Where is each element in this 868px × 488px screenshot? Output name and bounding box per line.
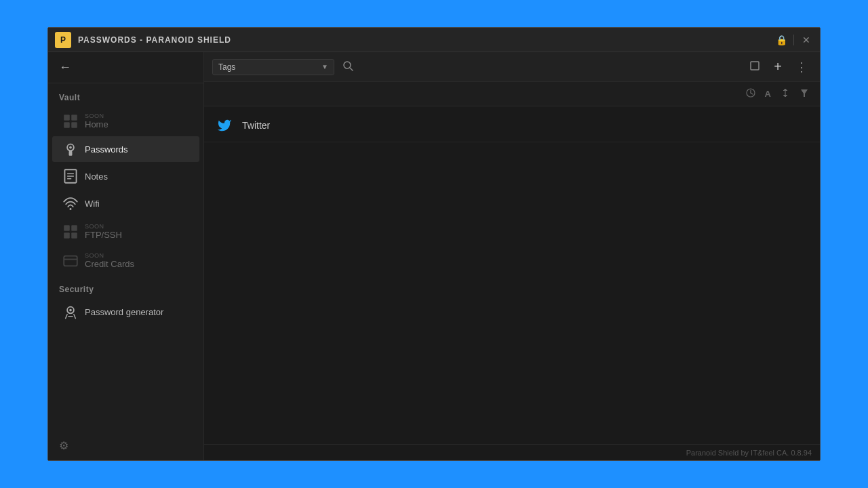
tags-dropdown[interactable]: Tags ▼ xyxy=(212,59,334,75)
sidebar-item-password-generator[interactable]: Password generator xyxy=(52,299,199,325)
home-item-text: Soon Home xyxy=(85,113,108,129)
passwords-icon xyxy=(63,142,78,157)
twitter-icon xyxy=(215,116,234,135)
status-bar: Paranoid Shield by IT&feel CA. 0.8.94 xyxy=(204,444,820,460)
password-generator-label: Password generator xyxy=(85,307,163,317)
wifi-icon xyxy=(63,196,78,211)
tags-dropdown-arrow: ▼ xyxy=(321,63,328,70)
password-generator-item-text: Password generator xyxy=(85,307,163,317)
password-generator-icon xyxy=(63,304,78,319)
filter-icon[interactable] xyxy=(797,85,812,102)
status-text: Paranoid Shield by IT&feel CA. 0.8.94 xyxy=(686,449,812,457)
svg-rect-22 xyxy=(751,62,759,70)
twitter-label: Twitter xyxy=(242,120,270,131)
home-icon xyxy=(63,114,78,129)
home-soon-label: Soon xyxy=(85,113,108,119)
sidebar-back: ← xyxy=(48,52,203,83)
vault-section-label: Vault xyxy=(48,83,203,106)
sidebar-item-credit-cards: Soon Credit Cards xyxy=(52,247,199,274)
toolbar: Tags ▼ + ⋮ xyxy=(204,52,820,82)
titlebar-controls: 🔒 ✕ xyxy=(774,33,813,47)
sidebar-item-passwords[interactable]: Passwords xyxy=(52,136,199,162)
add-button[interactable]: + xyxy=(770,56,786,77)
svg-point-5 xyxy=(69,146,72,149)
tags-label: Tags xyxy=(218,62,235,72)
notes-icon xyxy=(63,169,78,184)
app-logo: P xyxy=(55,32,71,48)
credit-cards-icon xyxy=(63,253,78,268)
more-options-button[interactable]: ⋮ xyxy=(791,57,812,77)
credit-cards-label: Credit Cards xyxy=(85,259,134,269)
titlebar-divider xyxy=(793,35,794,45)
svg-rect-16 xyxy=(64,256,77,266)
svg-rect-14 xyxy=(64,232,70,239)
notes-label: Notes xyxy=(85,171,108,182)
svg-rect-0 xyxy=(64,115,70,121)
subbar: A xyxy=(204,82,820,106)
ftp-soon-label: Soon xyxy=(85,223,122,230)
svg-marker-27 xyxy=(801,89,808,97)
sidebar-item-ftp: Soon FTP/SSH xyxy=(52,218,199,245)
svg-line-21 xyxy=(350,68,353,70)
sidebar-footer: ⚙ xyxy=(48,431,203,460)
wifi-item-text: Wifi xyxy=(85,199,100,209)
content-area: Tags ▼ + ⋮ xyxy=(204,52,820,460)
passwords-item-text: Passwords xyxy=(85,144,128,155)
svg-rect-13 xyxy=(71,225,77,231)
ftp-item-text: Soon FTP/SSH xyxy=(85,223,122,240)
sidebar: ← Vault Soon Home xyxy=(48,52,204,460)
svg-rect-12 xyxy=(64,225,70,231)
ftp-icon xyxy=(63,224,78,239)
notes-item-text: Notes xyxy=(85,171,108,182)
wifi-label: Wifi xyxy=(85,199,100,209)
sidebar-item-home: Soon Home xyxy=(52,107,199,135)
order-sort-icon[interactable] xyxy=(778,85,793,102)
fullscreen-button[interactable] xyxy=(745,58,764,77)
titlebar: P PASSWORDS - PARANOID SHIELD 🔒 ✕ xyxy=(48,28,820,52)
home-label: Home xyxy=(85,119,108,129)
lock-icon[interactable]: 🔒 xyxy=(774,33,788,47)
list-item[interactable]: Twitter xyxy=(204,109,820,142)
svg-rect-2 xyxy=(64,122,70,128)
close-button[interactable]: ✕ xyxy=(800,33,813,47)
ftp-label: FTP/SSH xyxy=(85,230,122,240)
toolbar-actions: + ⋮ xyxy=(745,56,812,77)
main-area: ← Vault Soon Home xyxy=(48,52,820,460)
clock-sort-icon[interactable] xyxy=(743,85,758,102)
main-window: P PASSWORDS - PARANOID SHIELD 🔒 ✕ ← Vaul… xyxy=(47,27,821,461)
items-list: Twitter xyxy=(204,106,820,444)
svg-rect-3 xyxy=(71,122,77,128)
sidebar-item-wifi[interactable]: Wifi xyxy=(52,190,199,216)
alpha-sort-icon[interactable]: A xyxy=(762,86,774,102)
credit-cards-item-text: Soon Credit Cards xyxy=(85,252,134,269)
credit-cards-soon-label: Soon xyxy=(85,252,134,259)
security-section-label: Security xyxy=(48,275,203,298)
sidebar-item-notes[interactable]: Notes xyxy=(52,163,199,189)
svg-rect-1 xyxy=(71,115,77,121)
passwords-label: Passwords xyxy=(85,144,128,155)
settings-icon[interactable]: ⚙ xyxy=(59,439,68,452)
search-button[interactable] xyxy=(340,58,356,77)
window-title: PASSWORDS - PARANOID SHIELD xyxy=(78,35,774,45)
svg-rect-15 xyxy=(71,232,77,239)
back-icon[interactable]: ← xyxy=(59,60,71,75)
svg-line-25 xyxy=(751,93,753,94)
svg-point-11 xyxy=(70,208,72,210)
svg-rect-6 xyxy=(69,150,73,155)
svg-point-19 xyxy=(69,309,72,312)
